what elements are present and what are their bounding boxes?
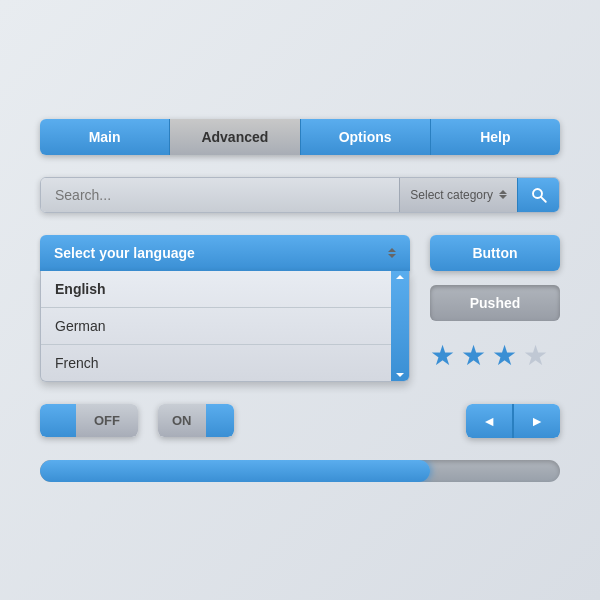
star-rating: ★ ★ ★ ★ [430,339,548,372]
tab-bar: Main Advanced Options Help [40,119,560,155]
progress-fill [40,460,430,482]
toggle-blue-on [206,404,234,437]
pushed-button[interactable]: Pushed [430,285,560,321]
scroll-down-icon [396,373,404,377]
search-input[interactable] [41,178,399,212]
dropdown-trigger[interactable]: Select your language [40,235,410,271]
toggle-blue-off [40,404,76,437]
search-bar: Select category [40,177,560,213]
right-buttons: Button Pushed ★ ★ ★ ★ [430,235,560,372]
list-item-french[interactable]: French [41,345,409,381]
search-icon [530,186,548,204]
ui-kit-container: Main Advanced Options Help Select catego… [40,119,560,482]
dropdown-section: Select your language English German Fren… [40,235,410,382]
star-3[interactable]: ★ [492,339,517,372]
dropdown-list: English German French [40,271,410,382]
star-2[interactable]: ★ [461,339,486,372]
progress-track [40,460,560,482]
scroll-up-icon [396,275,404,279]
toggle-nav-row: OFF ON ◄ ► [40,404,560,438]
star-1[interactable]: ★ [430,339,455,372]
dropdown-up-icon [388,248,396,252]
toggle-on-label: ON [158,404,206,437]
category-arrows [499,190,507,199]
list-item-german[interactable]: German [41,308,409,345]
off-toggle[interactable]: OFF [40,404,138,437]
tab-advanced[interactable]: Advanced [170,119,300,155]
arrow-up-icon [499,190,507,194]
blue-button[interactable]: Button [430,235,560,271]
arrow-down-icon [499,195,507,199]
on-toggle[interactable]: ON [158,404,234,437]
dropdown-down-icon [388,254,396,258]
tab-options[interactable]: Options [301,119,431,155]
dropdown-arrows [388,248,396,258]
nav-right-button[interactable]: ► [514,404,560,438]
category-select[interactable]: Select category [399,178,517,212]
tab-main[interactable]: Main [40,119,170,155]
category-label: Select category [410,188,493,202]
dropdown-scroll[interactable] [391,271,409,381]
star-4[interactable]: ★ [523,339,548,372]
tab-help[interactable]: Help [431,119,560,155]
nav-arrows: ◄ ► [466,404,560,438]
svg-line-1 [540,196,545,201]
search-button[interactable] [517,178,559,212]
dropdown-button-row: Select your language English German Fren… [40,235,560,382]
nav-left-button[interactable]: ◄ [466,404,514,438]
dropdown-list-inner: English German French [41,271,409,381]
toggle-off-label: OFF [76,404,138,437]
dropdown-label: Select your language [54,245,195,261]
list-item-english[interactable]: English [41,271,409,308]
